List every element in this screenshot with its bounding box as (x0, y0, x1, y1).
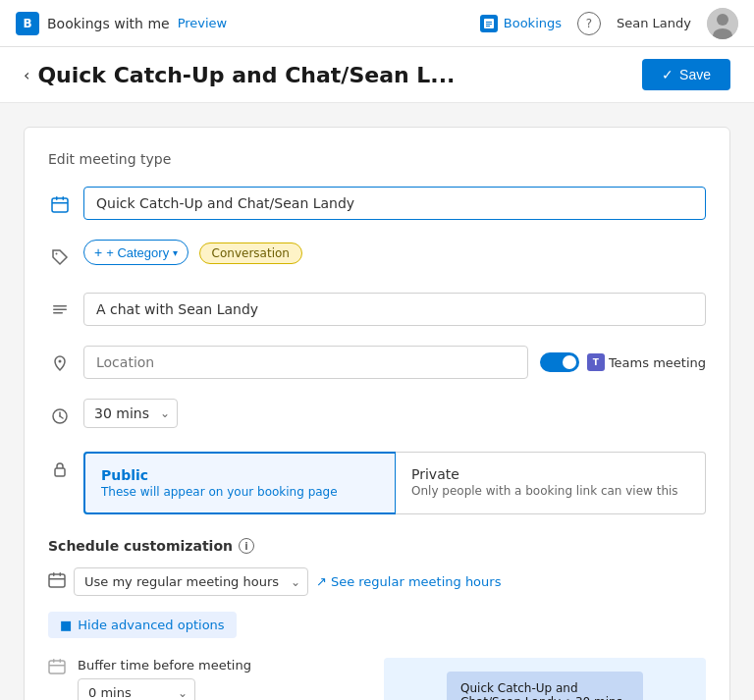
private-title: Private (411, 466, 689, 482)
top-navigation: B Bookings with me Preview Bookings ? Se… (0, 0, 754, 47)
user-name: Sean Landy (617, 16, 691, 30)
svg-rect-19 (55, 468, 65, 476)
meeting-preview-block: Quick Catch-Up and Chat/Sean Landy • 30 … (447, 672, 643, 700)
schedule-label-text: Schedule customization (48, 538, 233, 554)
visibility-row: Public These will appear on your booking… (48, 452, 706, 514)
visibility-private[interactable]: Private Only people with a booking link … (396, 452, 706, 514)
svg-rect-1 (486, 22, 492, 23)
schedule-section: Schedule customization i Use my regular … (48, 538, 706, 700)
svg-rect-22 (53, 572, 55, 576)
hide-advanced-button[interactable]: ■ Hide advanced options (48, 612, 237, 638)
svg-rect-10 (63, 196, 65, 200)
app-name: Bookings with me (47, 16, 170, 31)
clock-icon (48, 399, 72, 434)
see-hours-text: See regular meeting hours (331, 574, 502, 589)
svg-rect-13 (53, 309, 67, 311)
public-title: Public (101, 467, 379, 483)
private-desc: Only people with a booking link can view… (411, 484, 689, 498)
svg-rect-7 (52, 198, 68, 212)
card-title: Edit meeting type (48, 151, 706, 167)
teams-toggle-area: T Teams meeting (540, 352, 706, 372)
meeting-hours-row: Use my regular meeting hours Custom hour… (48, 567, 706, 596)
svg-rect-25 (49, 665, 65, 667)
category-content: + + Category ▾ Conversation (83, 240, 706, 265)
lock-icon (48, 452, 72, 487)
bookings-nav-label: Bookings (504, 16, 562, 30)
avatar (707, 8, 738, 39)
location-content: T Teams meeting (83, 346, 706, 379)
description-row (48, 293, 706, 328)
svg-point-5 (717, 14, 728, 26)
svg-rect-14 (53, 312, 63, 314)
page-header: ‹ Quick Catch-Up and Chat/Sean L... ✓ Sa… (0, 47, 754, 103)
meeting-title-input[interactable] (83, 187, 706, 220)
category-button[interactable]: + + Category ▾ (83, 240, 188, 265)
buffer-before-field: Buffer time before meeting 0 mins 5 mins… (78, 658, 372, 700)
tag-icon (48, 240, 72, 275)
teams-icon: T (587, 353, 605, 371)
save-button[interactable]: ✓ Save (642, 59, 730, 90)
hide-advanced-square-icon: ■ (60, 618, 72, 632)
schedule-cal-icon (48, 571, 66, 593)
chevron-down-icon: ▾ (173, 247, 178, 258)
public-desc: These will appear on your booking page (101, 485, 379, 499)
see-regular-hours-link[interactable]: ↗ See regular meeting hours (316, 574, 501, 589)
title-input-wrapper (83, 187, 706, 220)
category-tag[interactable]: Conversation (199, 242, 302, 264)
info-icon[interactable]: i (239, 538, 254, 554)
visibility-public[interactable]: Public These will appear on your booking… (83, 452, 396, 514)
svg-point-15 (59, 360, 62, 363)
buffer-before-select-wrapper: 0 mins 5 mins 10 mins 15 mins 30 mins (78, 678, 195, 700)
location-row: T Teams meeting (48, 346, 706, 381)
svg-rect-9 (56, 196, 58, 200)
external-link-icon: ↗ (316, 574, 327, 589)
app-icon: B (16, 12, 39, 35)
duration-row: 15 mins 30 mins 45 mins 60 mins (48, 399, 706, 434)
title-row (48, 187, 706, 222)
svg-rect-27 (60, 659, 62, 663)
svg-rect-12 (53, 305, 67, 307)
buffer-section: Buffer time before meeting 0 mins 5 mins… (48, 658, 706, 700)
save-label: Save (679, 67, 711, 82)
schedule-section-label: Schedule customization i (48, 538, 706, 554)
visibility-options: Public These will appear on your booking… (83, 452, 706, 514)
duration-select[interactable]: 15 mins 30 mins 45 mins 60 mins (83, 399, 178, 428)
duration-select-wrapper: 15 mins 30 mins 45 mins 60 mins (83, 399, 178, 428)
page-title: Quick Catch-Up and Chat/Sean L... (37, 63, 455, 87)
meeting-hours-select[interactable]: Use my regular meeting hours Custom hour… (74, 567, 308, 596)
teams-label: T Teams meeting (587, 353, 706, 371)
svg-rect-3 (486, 26, 490, 27)
bookings-icon (480, 15, 498, 32)
location-input[interactable] (83, 346, 528, 379)
edit-meeting-card: Edit meeting type (24, 127, 730, 700)
nav-right: Bookings ? Sean Landy (480, 8, 738, 39)
nav-left: B Bookings with me Preview (16, 12, 227, 35)
svg-line-18 (60, 416, 63, 418)
main-content: Edit meeting type (0, 103, 754, 700)
visibility-content: Public These will appear on your booking… (83, 452, 706, 514)
preview-link[interactable]: Preview (178, 16, 228, 30)
back-button[interactable]: ‹ (24, 66, 29, 84)
buffer-content: Buffer time before meeting 0 mins 5 mins… (48, 658, 706, 700)
svg-point-11 (56, 253, 58, 255)
help-icon[interactable]: ? (577, 12, 601, 35)
meeting-hours-select-wrapper: Use my regular meeting hours Custom hour… (74, 567, 308, 596)
svg-rect-21 (49, 578, 65, 580)
svg-rect-23 (60, 572, 62, 576)
category-row: + + Category ▾ Conversation (48, 240, 706, 275)
location-icon (48, 346, 72, 381)
svg-rect-26 (53, 659, 55, 663)
description-icon (48, 293, 72, 328)
category-label: + Category (106, 245, 169, 260)
calendar-icon (48, 187, 72, 222)
bookings-nav-item[interactable]: Bookings (480, 15, 562, 32)
teams-label-text: Teams meeting (609, 355, 706, 370)
svg-rect-20 (49, 574, 65, 587)
description-input[interactable] (83, 293, 706, 326)
buffer-before-select[interactable]: 0 mins 5 mins 10 mins 15 mins 30 mins (78, 678, 195, 700)
hide-advanced-label: Hide advanced options (78, 618, 224, 632)
duration-content: 15 mins 30 mins 45 mins 60 mins (83, 399, 706, 428)
teams-toggle[interactable] (540, 352, 579, 372)
plus-icon: + (94, 244, 102, 260)
buffer-before-label: Buffer time before meeting (78, 658, 372, 673)
